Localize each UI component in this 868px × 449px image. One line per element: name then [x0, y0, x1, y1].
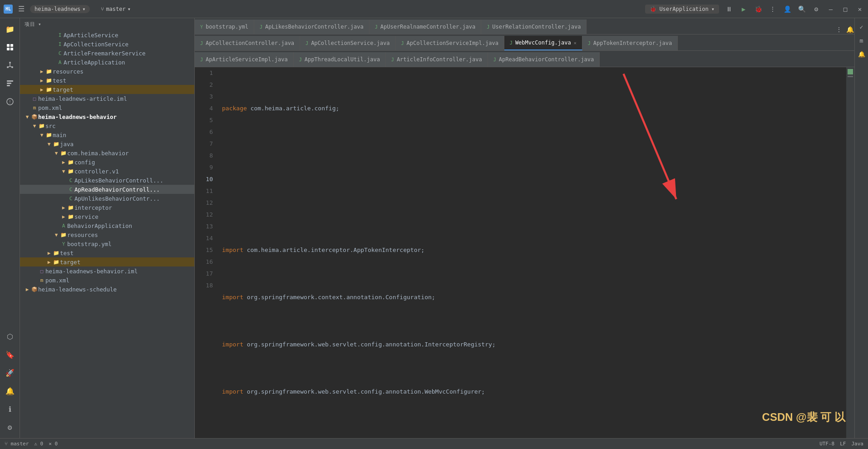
tree-item-com-heima[interactable]: ▼ 📁 com.heima.behavior — [20, 148, 194, 158]
profile-icon[interactable]: 👤 — [783, 5, 792, 14]
ab-deploy-icon[interactable]: 🚀 — [2, 365, 18, 381]
close-button[interactable]: ✕ — [855, 5, 864, 14]
tab-articleinfo-ctrl[interactable]: J ArticleInfoController.java — [386, 52, 488, 67]
settings-button[interactable]: ⚙ — [812, 5, 821, 14]
tree-bootstrap-label: bootstrap.yml — [67, 241, 112, 247]
tab-label3: ApUserRealnameController.java — [380, 24, 476, 30]
editor-area[interactable]: 1 2 3 4 5 6 7 8 9 10 11 12 12 13 — [195, 67, 854, 438]
tree-item-behavior-module[interactable]: ▼ 📦 heima-leadnews-behavior — [20, 112, 194, 121]
tab-apptoken-interceptor[interactable]: J AppTokenInterceptor.java — [582, 36, 678, 50]
tab-apcollection-ctrl[interactable]: J ApCollectionController.java — [195, 36, 300, 50]
tree-item-articleapp[interactable]: A ArticleApplication — [20, 58, 194, 67]
tab-userrelation[interactable]: J UserRelationController.java — [481, 20, 587, 34]
tree-item-behaviorapp[interactable]: A BehaviorApplication — [20, 221, 194, 230]
svg-rect-12 — [7, 85, 10, 86]
tree-item-behavior-pom[interactable]: m pom.xml — [20, 276, 194, 285]
run-config[interactable]: 🐞 UserApplication ▾ — [645, 5, 719, 14]
folder-collapse-icon3: ▶ — [38, 86, 45, 93]
tab-java-icon9: J — [200, 57, 203, 62]
tab-java-icon4: J — [200, 41, 203, 46]
tree-item-articlefreemarker[interactable]: C ArticleFreemarkerService — [20, 49, 194, 58]
tree-item-controller-v1[interactable]: ▼ 📁 controller.v1 — [20, 167, 194, 176]
ab-structure-icon[interactable] — [2, 75, 18, 92]
tab-java-icon8: J — [588, 41, 591, 46]
tree-item-bootstrap-yaml[interactable]: Y bootstrap.yml — [20, 239, 194, 248]
main-expand: ▼ — [38, 131, 45, 138]
tree-item-resources[interactable]: ▶ 📁 resources — [20, 67, 194, 76]
tree-item-apread[interactable]: C ApReadBehaviorControll... — [20, 185, 194, 194]
ab-files-icon[interactable] — [2, 39, 18, 55]
debug-button[interactable]: 🐞 — [754, 5, 763, 14]
tree-item-article-iml[interactable]: □ heima-leadnews-article.iml — [20, 94, 194, 103]
tab-bootstrap-yml[interactable]: Y bootstrap.yml — [195, 20, 254, 34]
folder-target2: 📁 — [53, 258, 60, 266]
tab-webmvc-config[interactable]: J WebMvcConfig.java ✕ — [504, 36, 582, 50]
tab-label7: ApCollectionServiceImpl.java — [407, 40, 498, 46]
ln-5: 5 — [195, 114, 213, 126]
tree-behavior-pom-label: pom.xml — [45, 277, 69, 284]
ab-settings-bottom-icon[interactable]: ⚙ — [2, 419, 18, 435]
ln-13: 13 — [195, 221, 213, 232]
tab-java-icon2: J — [375, 25, 378, 30]
tree-item-article-pom[interactable]: m pom.xml — [20, 103, 194, 112]
config-collapse: ▶ — [60, 158, 67, 166]
tree-item-test2[interactable]: ▶ 📁 test — [20, 248, 194, 257]
tree-item-apcollectionservice[interactable]: I ApCollectionService — [20, 39, 194, 49]
tree-item-aplikes[interactable]: C ApLikesBehaviorControll... — [20, 176, 194, 185]
notification-icon[interactable]: 🔔 — [845, 25, 854, 34]
tree-main-label: main — [53, 132, 66, 138]
tab-aparticle-impl[interactable]: J ApArticleServiceImpl.java — [195, 52, 294, 67]
tree-item-java[interactable]: ▼ 📁 java — [20, 139, 194, 148]
tree-resources2-label: resources — [67, 232, 98, 238]
project-badge[interactable]: heima-leadnews ▾ — [30, 5, 90, 13]
tree-item-target2[interactable]: ▶ 📁 target — [20, 257, 194, 266]
tree-item-apunlikes[interactable]: C ApUnlikesBehaviorContr... — [20, 194, 194, 203]
svg-rect-2 — [7, 48, 10, 50]
tab-close-webmvc[interactable]: ✕ — [574, 40, 577, 45]
tab-appthreadlocal[interactable]: J AppThreadLocalUtil.java — [294, 52, 386, 67]
ab-todo-icon[interactable]: ! — [2, 94, 18, 110]
ab-git-icon[interactable] — [2, 57, 18, 74]
tab-apcollection-impl[interactable]: J ApCollectionServiceImpl.java — [396, 36, 504, 50]
tab-apcollection-svc[interactable]: J ApCollectionService.java — [300, 36, 395, 50]
branch-badge[interactable]: ⑂ master ▾ — [101, 6, 131, 12]
rs-notifications-icon[interactable]: 🔔 — [856, 48, 868, 60]
more-options[interactable]: ⋮ — [768, 5, 777, 14]
tree-item-test[interactable]: ▶ 📁 test — [20, 76, 194, 85]
tree-item-aparticleservice[interactable]: I ApArticleService — [20, 30, 194, 39]
tree-item-config[interactable]: ▶ 📁 config — [20, 158, 194, 167]
ab-plugins-icon[interactable]: ⬡ — [2, 328, 18, 345]
apread-icon: C — [67, 186, 74, 193]
tab-aplikes-controller[interactable]: J ApLikesBehaviorController.java — [254, 20, 370, 34]
tree-item-resources2[interactable]: ▼ 📁 resources — [20, 230, 194, 239]
tab-overflow-icon[interactable]: ⋮ — [834, 25, 843, 34]
ab-notifications-icon[interactable]: 🔔 — [2, 383, 18, 399]
rs-bookmarks-icon[interactable]: m — [856, 35, 868, 46]
tree-item-schedule[interactable]: ▶ 📦 heima-leadnews-schedule — [20, 285, 194, 294]
tab-label12: ArticleInfoController.java — [397, 56, 482, 63]
pause-button[interactable]: ⏸ — [725, 5, 734, 14]
rs-check-icon[interactable]: ✓ — [856, 21, 868, 33]
ab-info-icon[interactable]: ℹ — [2, 401, 18, 417]
tree-item-service[interactable]: ▶ 📁 service — [20, 212, 194, 221]
tab-label9: AppTokenInterceptor.java — [593, 40, 672, 46]
tree-item-interceptor[interactable]: ▶ 📁 interceptor — [20, 203, 194, 212]
ab-project-icon[interactable]: 📁 — [2, 21, 18, 37]
tree-test2-label: test — [60, 250, 74, 257]
title-bar-right: 🐞 UserApplication ▾ ⏸ ▶ 🐞 ⋮ 👤 🔍 ⚙ — □ ✕ — [645, 5, 864, 14]
tab-label11: AppThreadLocalUtil.java — [305, 56, 380, 63]
minimize-button[interactable]: — — [826, 5, 835, 14]
tree-item-target-article[interactable]: ▶ 📁 target — [20, 85, 194, 94]
ab-bookmarks-icon[interactable]: 🔖 — [2, 346, 18, 363]
run-button[interactable]: ▶ — [739, 5, 748, 14]
folder-controllerv1: 📁 — [67, 168, 74, 175]
menu-icon[interactable]: ☰ — [16, 4, 26, 14]
maximize-button[interactable]: □ — [841, 5, 850, 14]
tree-item-behavior-iml[interactable]: □ heima-leadnews-behavior.iml — [20, 266, 194, 276]
tab-apreadbehavior-ctrl[interactable]: J ApReadBehaviorController.java — [488, 52, 600, 67]
tab-apuser-realname[interactable]: J ApUserRealnameController.java — [370, 20, 482, 34]
code-area[interactable]: package com.heima.article.config; import… — [217, 67, 846, 438]
tree-item-src[interactable]: ▼ 📁 src — [20, 121, 194, 130]
search-button[interactable]: 🔍 — [797, 5, 806, 14]
tree-item-main[interactable]: ▼ 📁 main — [20, 130, 194, 139]
